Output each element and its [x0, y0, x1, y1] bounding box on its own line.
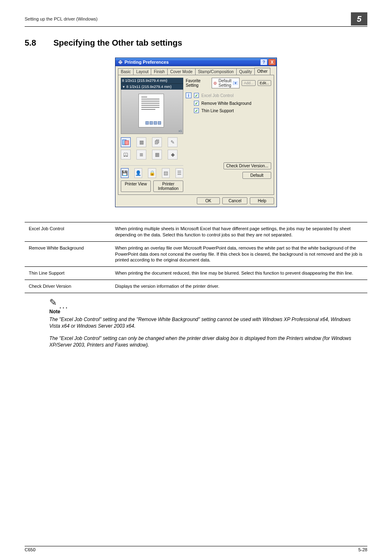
nup-icon — [145, 121, 161, 125]
stack-option-icon[interactable]: ≣ — [136, 150, 146, 160]
note-paragraph-2: The "Excel Job Control" setting can only… — [49, 335, 362, 348]
setting-desc-cell: When printing the document reduced, thin… — [111, 267, 367, 280]
favorite-setting-value: Default Setting — [219, 79, 232, 88]
list-option-icon[interactable]: ☰ — [175, 168, 183, 178]
table-row: Thin Line Support When printing the docu… — [25, 267, 367, 280]
note-heading: Note — [49, 309, 367, 314]
document-preview: x1 — [121, 90, 183, 134]
paper-color-icon[interactable] — [121, 137, 131, 147]
paper-size-bottom-label: ▼ 8 1/2x11 (215.9x279.4 mm) — [121, 83, 183, 90]
thin-line-support-checkbox[interactable]: ✓ — [194, 108, 199, 113]
setting-desc-cell: When printing multiple sheets in Microso… — [111, 222, 367, 242]
favorite-add-button[interactable]: Add... — [242, 80, 256, 86]
default-button[interactable]: Default — [242, 172, 271, 179]
footer-left: C650 — [25, 547, 35, 552]
setting-desc-cell: Displays the version information of the … — [111, 280, 367, 293]
check-driver-version-button[interactable]: Check Driver Version... — [224, 162, 271, 169]
footer-right: 5-28 — [358, 547, 367, 552]
note-hand-icon: ✎ — [49, 297, 57, 308]
book-option-icon[interactable]: 🕮 — [121, 150, 131, 160]
dialog-title: Printing Preferences — [125, 60, 169, 65]
setting-name-cell: Excel Job Control — [25, 222, 111, 242]
favorite-setting-select[interactable]: ⚙ Default Setting ▾ — [212, 78, 240, 88]
copy-option-icon[interactable]: 🗐 — [152, 137, 162, 147]
favorite-edit-button[interactable]: Edit... — [258, 80, 271, 86]
svg-rect-1 — [119, 60, 122, 61]
excel-job-control-label: Excel Job Control — [201, 93, 233, 98]
section-number: 5.8 — [25, 38, 53, 48]
setting-name-cell: Check Driver Version — [25, 280, 111, 293]
settings-description-table: Excel Job Control When printing multiple… — [25, 222, 367, 293]
favorite-setting-label: Favorite Setting — [186, 79, 210, 88]
chevron-down-icon: ▼ — [122, 85, 125, 89]
table-row: Check Driver Version Displays the versio… — [25, 280, 367, 293]
running-head: Setting up the PCL driver (Windows) — [25, 16, 351, 21]
tab-quality[interactable]: Quality — [236, 68, 255, 75]
setting-desc-cell: When printing an overlay file over Micro… — [111, 241, 367, 267]
table-row: Remove White Background When printing an… — [25, 241, 367, 267]
printer-information-button[interactable]: Printer Information — [153, 180, 183, 192]
chevron-down-icon: ▾ — [233, 81, 238, 85]
printer-view-button[interactable]: Printer View — [121, 180, 151, 192]
tab-other[interactable]: Other — [254, 68, 270, 75]
gear-icon: ⚙ — [213, 81, 217, 86]
tab-strip: Basic Layout Finish Cover Mode Stamp/Com… — [118, 68, 274, 75]
tab-basic[interactable]: Basic — [118, 68, 134, 75]
page-option-icon[interactable]: ▤ — [162, 168, 170, 178]
paper-size-top-label: 8 1/2x11 (215.9x279.4 mm) — [121, 78, 183, 83]
table-row: Excel Job Control When printing multiple… — [25, 222, 367, 242]
thin-line-support-label: Thin Line Support — [201, 109, 234, 113]
zoom-label: x1 — [179, 129, 182, 133]
title-bar: Printing Preferences ? X — [115, 58, 277, 66]
printer-icon — [118, 60, 123, 65]
help-button[interactable]: Help — [250, 197, 274, 204]
remove-white-background-checkbox[interactable]: ✓ — [194, 101, 199, 106]
setting-name-cell: Thin Line Support — [25, 267, 111, 280]
note-paragraph-1: The "Excel Job Control" setting and the … — [49, 316, 362, 329]
excel-job-control-checkbox[interactable]: ✓ — [194, 93, 199, 98]
svg-rect-2 — [119, 63, 122, 64]
info-icon[interactable]: i — [186, 92, 191, 98]
ok-button[interactable]: OK — [197, 197, 220, 204]
setting-name-cell: Remove White Background — [25, 241, 111, 267]
tab-cover-mode[interactable]: Cover Mode — [167, 68, 195, 75]
color-option-icon[interactable]: ◆ — [168, 150, 178, 160]
tab-finish[interactable]: Finish — [151, 68, 168, 75]
remove-white-background-label: Remove White Background — [201, 101, 251, 106]
printing-preferences-dialog: Printing Preferences ? X Basic Layout Fi… — [115, 58, 277, 207]
title-close-button[interactable]: X — [268, 59, 276, 65]
lock-option-icon[interactable]: 🔒 — [148, 168, 156, 178]
tab-stamp-composition[interactable]: Stamp/Composition — [195, 68, 237, 75]
title-help-button[interactable]: ? — [260, 59, 267, 65]
chapter-badge: 5 — [351, 12, 367, 25]
user-option-icon[interactable]: 👤 — [134, 168, 142, 178]
header-rule — [25, 26, 367, 27]
tab-layout[interactable]: Layout — [133, 68, 151, 75]
cancel-button[interactable]: Cancel — [222, 197, 247, 204]
svg-rect-4 — [125, 141, 129, 145]
section-title: Specifying the Other tab settings — [53, 38, 182, 48]
nup-option-icon[interactable]: ▦ — [136, 137, 146, 147]
note-dots-icon: ... — [59, 304, 69, 307]
save-option-icon[interactable]: 💾 — [121, 168, 129, 178]
stamp-option-icon[interactable]: ✎ — [168, 137, 178, 147]
grid-option-icon[interactable]: ▦ — [152, 150, 162, 160]
